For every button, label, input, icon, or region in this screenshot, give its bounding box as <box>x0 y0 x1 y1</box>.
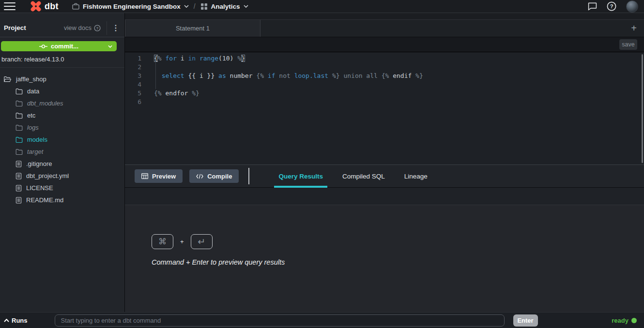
line-number: 2 <box>125 63 141 72</box>
chevron-down-icon <box>244 5 248 8</box>
plus-separator: + <box>180 238 184 245</box>
top-bar: dbt Fishtown Engineering Sandbox / Analy… <box>0 0 644 13</box>
code-text <box>141 63 154 72</box>
chat-icon[interactable] <box>588 2 597 11</box>
folder-icon <box>15 136 23 143</box>
code-editor[interactable]: 1{% for i in range(10) %}23 select {{ i … <box>125 52 644 164</box>
dbt-command-input[interactable] <box>55 314 505 327</box>
help-icon[interactable]: ? <box>607 1 616 11</box>
code-line[interactable]: 6 <box>125 98 644 106</box>
view-docs-link[interactable]: view docs ? <box>64 24 101 31</box>
svg-text:?: ? <box>96 26 99 30</box>
briefcase-icon <box>72 3 79 10</box>
line-number: 1 <box>125 54 141 63</box>
new-tab-button[interactable]: + <box>624 20 644 37</box>
save-button[interactable]: save <box>619 39 637 50</box>
tree-item-label: README.md <box>26 196 63 204</box>
tabbar-spacer <box>125 13 644 19</box>
file-icon <box>15 161 22 167</box>
view-docs-label: view docs <box>64 24 92 31</box>
tree-item-label: logs <box>27 124 39 131</box>
line-number: 5 <box>125 89 141 98</box>
tree-item-data[interactable]: data <box>0 85 124 97</box>
tree-item-license[interactable]: LICENSE <box>0 182 124 194</box>
compile-button[interactable]: Compile <box>189 169 239 183</box>
project-switcher[interactable]: Analytics <box>200 3 248 10</box>
tree-item-dbt-project-yml[interactable]: dbt_project.yml <box>0 170 124 182</box>
status-indicator: ready <box>612 317 637 324</box>
results-panel: Preview Compile Query ResultsCompiled SQ… <box>125 164 644 312</box>
tree-item-etc[interactable]: etc <box>0 109 124 121</box>
code-line[interactable]: 5{% endfor %} <box>125 89 644 98</box>
chevron-up-icon <box>4 319 9 322</box>
editor-tab-bar: Statement 1 + <box>125 19 644 37</box>
code-text: {% endfor %} <box>141 89 199 98</box>
compile-button-label: Compile <box>207 173 232 180</box>
git-commit-icon <box>39 44 47 49</box>
main-area: Project view docs ? ⋮ commit... branch: … <box>0 13 644 312</box>
enter-button-label: Enter <box>517 317 533 324</box>
status-bar: Runs Enter ready <box>0 312 644 328</box>
project-name: Analytics <box>211 3 240 10</box>
tree-item-label: jaffle_shop <box>16 75 46 83</box>
tree-item-label: etc <box>27 112 35 119</box>
folder-icon <box>15 100 23 106</box>
tree-item-readme-md[interactable]: README.md <box>0 194 124 206</box>
folder-icon <box>15 112 23 119</box>
tree-item-label: target <box>27 148 43 155</box>
folder-icon <box>15 149 23 155</box>
preview-button-label: Preview <box>152 173 176 180</box>
results-content: ⌘ + ↵ Command + Enter to preview query r… <box>125 205 644 312</box>
results-tab-compiled-sql[interactable]: Compiled SQL <box>338 165 389 188</box>
enter-key-icon: ↵ <box>191 234 213 249</box>
command-key-icon: ⌘ <box>152 234 173 249</box>
results-tab-query-results[interactable]: Query Results <box>274 165 327 188</box>
code-line[interactable]: 1{% for i in range(10) %} <box>125 54 644 63</box>
line-number: 4 <box>125 80 141 89</box>
editor-scrollbar[interactable] <box>642 54 643 163</box>
results-header-strip <box>125 188 644 205</box>
shortcut-hint-keys: ⌘ + ↵ <box>152 234 644 249</box>
line-number: 3 <box>125 72 141 80</box>
code-line[interactable]: 3 select {{ i }} as number {% if not loo… <box>125 72 644 80</box>
code-text: {% for i in range(10) %} <box>141 54 245 63</box>
folder-open-icon <box>3 76 12 82</box>
tab-statement-1[interactable]: Statement 1 <box>125 20 261 37</box>
file-tree: jaffle_shopdatadbt_modulesetclogsmodelst… <box>0 68 124 206</box>
save-row: save <box>125 37 644 52</box>
account-switcher[interactable]: Fishtown Engineering Sandbox <box>72 3 189 10</box>
tree-item-models[interactable]: models <box>0 134 124 146</box>
tree-item-jaffle-shop[interactable]: jaffle_shop <box>0 73 124 85</box>
save-button-label: save <box>622 41 634 48</box>
grid-icon <box>200 3 208 10</box>
tree-item-target[interactable]: target <box>0 146 124 158</box>
tree-item-dbt-modules[interactable]: dbt_modules <box>0 97 124 109</box>
results-tab-lineage[interactable]: Lineage <box>400 165 432 188</box>
commit-button[interactable]: commit... <box>1 41 117 51</box>
tree-item-label: dbt_project.yml <box>26 172 69 179</box>
account-name: Fishtown Engineering Sandbox <box>83 3 181 10</box>
folder-icon <box>15 124 23 131</box>
tree-item-label: LICENSE <box>26 184 53 192</box>
hamburger-menu-icon[interactable] <box>4 2 15 10</box>
sidebar-header: Project view docs ? ⋮ <box>0 13 124 37</box>
indent-guide <box>155 62 156 89</box>
shortcut-hint-caption: Command + Enter to preview query results <box>152 258 644 266</box>
code-line[interactable]: 2 <box>125 63 644 72</box>
help-circle-icon: ? <box>94 25 101 31</box>
preview-button[interactable]: Preview <box>135 169 183 183</box>
code-text <box>141 98 154 106</box>
user-avatar[interactable] <box>626 0 638 13</box>
results-tabs: Query ResultsCompiled SQLLineage <box>269 165 437 188</box>
runs-toggle[interactable]: Runs <box>4 317 28 324</box>
kebab-menu-icon[interactable]: ⋮ <box>107 23 124 32</box>
dbt-logo[interactable]: dbt <box>30 0 59 12</box>
code-text: select {{ i }} as number {% if not loop.… <box>141 72 423 80</box>
tree-item-gitignore[interactable]: .gitignore <box>0 158 124 170</box>
tree-item-label: models <box>27 136 47 143</box>
code-line[interactable]: 4 <box>125 80 644 89</box>
tree-item-logs[interactable]: logs <box>0 121 124 134</box>
enter-button[interactable]: Enter <box>513 314 538 327</box>
dbt-logo-text: dbt <box>45 1 59 12</box>
code-text <box>141 80 154 89</box>
